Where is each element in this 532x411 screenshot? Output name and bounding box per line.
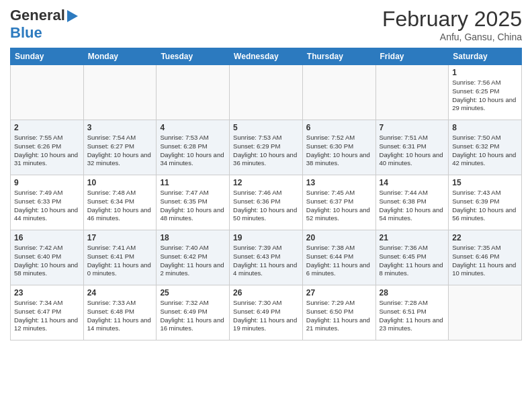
calendar-day: 25Sunrise: 7:32 AMSunset: 6:49 PMDayligh…	[157, 285, 230, 340]
day-number: 19	[233, 233, 299, 242]
day-info: Sunrise: 7:40 AMSunset: 6:42 PMDaylight:…	[160, 244, 226, 278]
day-info: Sunrise: 7:34 AMSunset: 6:47 PMDaylight:…	[14, 299, 80, 333]
calendar-day: 6Sunrise: 7:52 AMSunset: 6:30 PMDaylight…	[302, 120, 375, 175]
header-friday: Friday	[375, 48, 449, 65]
calendar-day: 20Sunrise: 7:38 AMSunset: 6:44 PMDayligh…	[302, 230, 375, 285]
day-info: Sunrise: 7:30 AMSunset: 6:49 PMDaylight:…	[233, 299, 299, 333]
day-info: Sunrise: 7:42 AMSunset: 6:40 PMDaylight:…	[14, 244, 80, 278]
day-number: 16	[14, 233, 80, 242]
header-tuesday: Tuesday	[157, 48, 230, 65]
day-number: 8	[452, 123, 518, 132]
day-number: 28	[380, 288, 445, 298]
calendar-day: 3Sunrise: 7:54 AMSunset: 6:27 PMDaylight…	[83, 120, 157, 175]
day-number: 11	[160, 178, 226, 187]
calendar-day: 19Sunrise: 7:39 AMSunset: 6:43 PMDayligh…	[230, 230, 303, 285]
header-thursday: Thursday	[302, 48, 375, 65]
day-info: Sunrise: 7:36 AMSunset: 6:45 PMDaylight:…	[380, 244, 445, 278]
day-number: 17	[87, 233, 153, 242]
day-number: 10	[87, 178, 153, 187]
day-number: 15	[452, 178, 518, 187]
calendar-table: Sunday Monday Tuesday Wednesday Thursday…	[10, 48, 522, 340]
day-info: Sunrise: 7:32 AMSunset: 6:49 PMDaylight:…	[160, 299, 226, 333]
header-saturday: Saturday	[449, 48, 522, 65]
day-number: 4	[160, 123, 226, 132]
day-info: Sunrise: 7:33 AMSunset: 6:48 PMDaylight:…	[87, 299, 153, 333]
day-info: Sunrise: 7:38 AMSunset: 6:44 PMDaylight:…	[306, 244, 372, 278]
day-number: 26	[233, 288, 299, 298]
calendar-day: 2Sunrise: 7:55 AMSunset: 6:26 PMDaylight…	[11, 120, 84, 175]
day-number: 24	[87, 288, 153, 298]
calendar-day: 17Sunrise: 7:41 AMSunset: 6:41 PMDayligh…	[83, 230, 157, 285]
day-info: Sunrise: 7:53 AMSunset: 6:28 PMDaylight:…	[160, 134, 226, 168]
weekday-header-row: Sunday Monday Tuesday Wednesday Thursday…	[11, 48, 522, 65]
calendar-day: 8Sunrise: 7:50 AMSunset: 6:32 PMDaylight…	[449, 120, 522, 175]
day-info: Sunrise: 7:54 AMSunset: 6:27 PMDaylight:…	[87, 134, 153, 168]
calendar-week-4: 16Sunrise: 7:42 AMSunset: 6:40 PMDayligh…	[11, 230, 522, 285]
calendar-day	[11, 65, 84, 120]
title-section: February 2025 Anfu, Gansu, China	[382, 7, 522, 42]
calendar-day: 26Sunrise: 7:30 AMSunset: 6:49 PMDayligh…	[230, 285, 303, 340]
logo-text: General Blue	[10, 7, 78, 42]
logo-arrow-icon	[67, 10, 78, 22]
day-info: Sunrise: 7:52 AMSunset: 6:30 PMDaylight:…	[306, 134, 372, 168]
day-info: Sunrise: 7:49 AMSunset: 6:33 PMDaylight:…	[14, 189, 80, 223]
calendar-day: 22Sunrise: 7:35 AMSunset: 6:46 PMDayligh…	[449, 230, 522, 285]
day-info: Sunrise: 7:51 AMSunset: 6:31 PMDaylight:…	[380, 134, 445, 168]
calendar-day: 1Sunrise: 7:56 AMSunset: 6:25 PMDaylight…	[449, 65, 522, 120]
calendar-day: 5Sunrise: 7:53 AMSunset: 6:29 PMDaylight…	[230, 120, 303, 175]
day-number: 23	[14, 288, 80, 298]
logo: General Blue	[10, 7, 78, 42]
day-number: 6	[306, 123, 372, 132]
day-info: Sunrise: 7:35 AMSunset: 6:46 PMDaylight:…	[452, 244, 518, 278]
day-number: 5	[233, 123, 299, 132]
day-number: 3	[87, 123, 153, 132]
calendar-day: 4Sunrise: 7:53 AMSunset: 6:28 PMDaylight…	[157, 120, 230, 175]
calendar-day	[302, 65, 375, 120]
calendar-day: 23Sunrise: 7:34 AMSunset: 6:47 PMDayligh…	[11, 285, 84, 340]
calendar-day: 10Sunrise: 7:48 AMSunset: 6:34 PMDayligh…	[83, 175, 157, 230]
calendar-day: 11Sunrise: 7:47 AMSunset: 6:35 PMDayligh…	[157, 175, 230, 230]
header-sunday: Sunday	[11, 48, 84, 65]
day-info: Sunrise: 7:56 AMSunset: 6:25 PMDaylight:…	[452, 79, 518, 113]
day-number: 22	[452, 233, 518, 242]
calendar-day: 9Sunrise: 7:49 AMSunset: 6:33 PMDaylight…	[11, 175, 84, 230]
day-info: Sunrise: 7:28 AMSunset: 6:51 PMDaylight:…	[380, 299, 445, 333]
day-number: 13	[306, 178, 372, 187]
day-number: 21	[380, 233, 445, 242]
header-monday: Monday	[83, 48, 157, 65]
calendar-day: 27Sunrise: 7:29 AMSunset: 6:50 PMDayligh…	[302, 285, 375, 340]
calendar-day: 21Sunrise: 7:36 AMSunset: 6:45 PMDayligh…	[375, 230, 449, 285]
day-number: 1	[452, 68, 518, 77]
day-number: 2	[14, 123, 80, 132]
calendar-week-3: 9Sunrise: 7:49 AMSunset: 6:33 PMDaylight…	[11, 175, 522, 230]
calendar-day: 18Sunrise: 7:40 AMSunset: 6:42 PMDayligh…	[157, 230, 230, 285]
day-number: 7	[380, 123, 445, 132]
month-title: February 2025	[382, 7, 522, 32]
day-info: Sunrise: 7:48 AMSunset: 6:34 PMDaylight:…	[87, 189, 153, 223]
day-number: 12	[233, 178, 299, 187]
day-info: Sunrise: 7:50 AMSunset: 6:32 PMDaylight:…	[452, 134, 518, 168]
day-info: Sunrise: 7:45 AMSunset: 6:37 PMDaylight:…	[306, 189, 372, 223]
day-info: Sunrise: 7:46 AMSunset: 6:36 PMDaylight:…	[233, 189, 299, 223]
day-info: Sunrise: 7:44 AMSunset: 6:38 PMDaylight:…	[380, 189, 445, 223]
calendar-week-5: 23Sunrise: 7:34 AMSunset: 6:47 PMDayligh…	[11, 285, 522, 340]
calendar-day	[375, 65, 449, 120]
logo-general: General	[10, 7, 65, 24]
calendar-day: 7Sunrise: 7:51 AMSunset: 6:31 PMDaylight…	[375, 120, 449, 175]
calendar-day	[83, 65, 157, 120]
day-info: Sunrise: 7:43 AMSunset: 6:39 PMDaylight:…	[452, 189, 518, 223]
day-number: 20	[306, 233, 372, 242]
calendar-day: 14Sunrise: 7:44 AMSunset: 6:38 PMDayligh…	[375, 175, 449, 230]
calendar-day: 13Sunrise: 7:45 AMSunset: 6:37 PMDayligh…	[302, 175, 375, 230]
day-number: 27	[306, 288, 372, 298]
day-info: Sunrise: 7:55 AMSunset: 6:26 PMDaylight:…	[14, 134, 80, 168]
day-number: 14	[380, 178, 445, 187]
calendar-day: 16Sunrise: 7:42 AMSunset: 6:40 PMDayligh…	[11, 230, 84, 285]
calendar-day: 28Sunrise: 7:28 AMSunset: 6:51 PMDayligh…	[375, 285, 449, 340]
day-info: Sunrise: 7:47 AMSunset: 6:35 PMDaylight:…	[160, 189, 226, 223]
calendar-day: 12Sunrise: 7:46 AMSunset: 6:36 PMDayligh…	[230, 175, 303, 230]
day-info: Sunrise: 7:53 AMSunset: 6:29 PMDaylight:…	[233, 134, 299, 168]
calendar-week-2: 2Sunrise: 7:55 AMSunset: 6:26 PMDaylight…	[11, 120, 522, 175]
location-subtitle: Anfu, Gansu, China	[382, 32, 522, 42]
calendar-day	[230, 65, 303, 120]
